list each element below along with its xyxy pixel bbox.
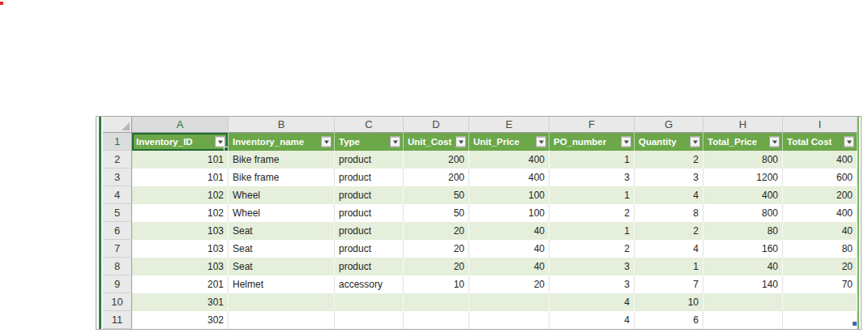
row-header-4[interactable]: 4 <box>103 186 132 204</box>
filter-button[interactable] <box>621 137 631 147</box>
cell-G3[interactable]: 3 <box>635 169 703 186</box>
cell-B5[interactable]: Wheel <box>229 204 335 222</box>
cell-A9[interactable]: 201 <box>132 275 229 293</box>
cell-C3[interactable]: product <box>335 169 404 186</box>
cell-E11[interactable] <box>469 311 549 329</box>
cell-D4[interactable]: 50 <box>404 186 469 204</box>
row-header-7[interactable]: 7 <box>103 240 132 258</box>
cell-C9[interactable]: accessory <box>335 275 404 293</box>
row-header-8[interactable]: 8 <box>103 258 132 275</box>
cell-C2[interactable]: product <box>335 151 404 169</box>
table-resize-handle-icon[interactable] <box>853 322 857 326</box>
cell-G2[interactable]: 2 <box>635 151 703 169</box>
cell-F3[interactable]: 3 <box>549 169 635 186</box>
cell-H4[interactable]: 400 <box>703 186 783 204</box>
cell-F5[interactable]: 2 <box>549 204 635 222</box>
row-header-11[interactable]: 11 <box>103 311 132 329</box>
cell-D2[interactable]: 200 <box>404 151 469 169</box>
column-header-E[interactable]: E <box>469 117 549 133</box>
cell-F4[interactable]: 1 <box>549 186 635 204</box>
cell-E6[interactable]: 40 <box>469 222 549 240</box>
cell-B3[interactable]: Bike frame <box>229 169 335 186</box>
cell-C6[interactable]: product <box>335 222 404 240</box>
cell-H7[interactable]: 160 <box>703 240 783 258</box>
cell-C5[interactable]: product <box>335 204 404 222</box>
cell-I7[interactable]: 80 <box>783 240 857 258</box>
cell-C10[interactable] <box>335 293 404 311</box>
cell-G4[interactable]: 4 <box>635 186 703 204</box>
cell-C1[interactable]: Type <box>335 133 404 151</box>
cell-H1[interactable]: Total_Price <box>703 133 783 151</box>
cell-H5[interactable]: 800 <box>703 204 783 222</box>
cell-A10[interactable]: 301 <box>132 293 229 311</box>
cell-D5[interactable]: 50 <box>404 204 469 222</box>
row-header-6[interactable]: 6 <box>103 222 132 240</box>
column-header-B[interactable]: B <box>229 117 335 133</box>
cell-B4[interactable]: Wheel <box>229 186 335 204</box>
cell-C11[interactable] <box>335 311 404 329</box>
cell-B11[interactable] <box>229 311 335 329</box>
cell-A11[interactable]: 302 <box>132 311 229 329</box>
column-header-G[interactable]: G <box>635 117 703 133</box>
filter-button[interactable] <box>536 137 546 147</box>
cell-A2[interactable]: 101 <box>132 151 229 169</box>
cell-B9[interactable]: Helmet <box>229 275 335 293</box>
cell-I9[interactable]: 70 <box>783 275 857 293</box>
cell-I11[interactable] <box>783 311 857 329</box>
cell-G11[interactable]: 6 <box>635 311 703 329</box>
cell-A6[interactable]: 103 <box>132 222 229 240</box>
column-header-A[interactable]: A <box>132 117 229 133</box>
cell-G5[interactable]: 8 <box>635 204 703 222</box>
filter-button[interactable] <box>390 137 400 147</box>
cell-C4[interactable]: product <box>335 186 404 204</box>
column-header-D[interactable]: D <box>404 117 469 133</box>
cell-D7[interactable]: 20 <box>404 240 469 258</box>
cell-F8[interactable]: 3 <box>549 258 635 275</box>
filter-button[interactable] <box>215 137 225 147</box>
filter-button[interactable] <box>321 137 331 147</box>
cell-H8[interactable]: 40 <box>703 258 783 275</box>
cell-E7[interactable]: 40 <box>469 240 549 258</box>
cell-I10[interactable] <box>783 293 857 311</box>
cell-E1[interactable]: Unit_Price <box>469 133 549 151</box>
filter-button[interactable] <box>690 137 700 147</box>
cell-I2[interactable]: 400 <box>783 151 857 169</box>
row-header-9[interactable]: 9 <box>103 275 132 293</box>
column-header-H[interactable]: H <box>703 117 783 133</box>
cell-B7[interactable]: Seat <box>229 240 335 258</box>
cell-F9[interactable]: 3 <box>549 275 635 293</box>
cell-B1[interactable]: Inventory_name <box>229 133 335 151</box>
cell-E4[interactable]: 100 <box>469 186 549 204</box>
cell-I1[interactable]: Total Cost <box>783 133 857 151</box>
row-header-1[interactable]: 1 <box>103 133 132 151</box>
cell-H10[interactable] <box>703 293 783 311</box>
column-header-F[interactable]: F <box>549 117 635 133</box>
cell-A5[interactable]: 102 <box>132 204 229 222</box>
cell-I6[interactable]: 40 <box>783 222 857 240</box>
cell-G8[interactable]: 1 <box>635 258 703 275</box>
cell-H11[interactable] <box>703 311 783 329</box>
cell-F7[interactable]: 2 <box>549 240 635 258</box>
cell-B10[interactable] <box>229 293 335 311</box>
row-header-3[interactable]: 3 <box>103 169 132 186</box>
cell-G1[interactable]: Quantity <box>635 133 703 151</box>
row-header-5[interactable]: 5 <box>103 204 132 222</box>
cell-G7[interactable]: 4 <box>635 240 703 258</box>
cell-E3[interactable]: 400 <box>469 169 549 186</box>
cell-B2[interactable]: Bike frame <box>229 151 335 169</box>
cell-D3[interactable]: 200 <box>404 169 469 186</box>
column-header-I[interactable]: I <box>783 117 857 133</box>
cell-I3[interactable]: 600 <box>783 169 857 186</box>
filter-button[interactable] <box>769 137 780 147</box>
cell-I4[interactable]: 200 <box>783 186 857 204</box>
cell-F2[interactable]: 1 <box>549 151 635 169</box>
cell-A1[interactable]: Inventory_ID <box>132 133 229 151</box>
cell-E9[interactable]: 20 <box>469 275 549 293</box>
cell-E5[interactable]: 100 <box>469 204 549 222</box>
cell-B6[interactable]: Seat <box>229 222 335 240</box>
cell-G6[interactable]: 2 <box>635 222 703 240</box>
cell-A4[interactable]: 102 <box>132 186 229 204</box>
cell-E10[interactable] <box>469 293 549 311</box>
cell-G10[interactable]: 10 <box>635 293 703 311</box>
cell-F10[interactable]: 4 <box>549 293 635 311</box>
